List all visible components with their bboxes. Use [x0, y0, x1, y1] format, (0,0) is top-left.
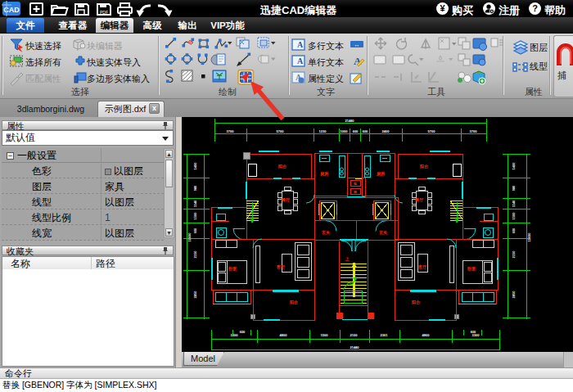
svg-text:阳台: 阳台	[278, 164, 286, 169]
svg-text:阳台: 阳台	[290, 300, 298, 305]
svg-text:2400: 2400	[382, 129, 390, 133]
svg-text:11600: 11600	[187, 232, 192, 242]
svg-text:电: 电	[354, 182, 357, 186]
svg-text:玄关: 玄关	[321, 230, 330, 235]
svg-text:600: 600	[363, 129, 368, 133]
svg-text:600: 600	[240, 330, 246, 334]
svg-text:2150: 2150	[193, 250, 197, 259]
svg-text:上: 上	[345, 256, 350, 261]
svg-text:A: A	[297, 40, 304, 49]
svg-text:厨房: 厨房	[377, 171, 385, 177]
svg-text:980: 980	[512, 185, 516, 191]
svg-text:1400: 1400	[193, 162, 197, 170]
svg-text:600: 600	[353, 129, 359, 133]
svg-text:2850: 2850	[193, 291, 197, 299]
svg-text:1140: 1140	[193, 200, 197, 207]
svg-text:4800: 4800	[280, 333, 288, 337]
svg-text:餐厅: 餐厅	[281, 197, 291, 203]
svg-text:1400: 1400	[512, 162, 516, 170]
svg-text:21440: 21440	[350, 345, 359, 349]
svg-text:1500: 1500	[193, 212, 197, 220]
svg-text:客厅: 客厅	[276, 264, 286, 270]
svg-text:1500: 1500	[512, 212, 516, 220]
svg-text:客厅: 客厅	[417, 264, 427, 270]
svg-text:阳台: 阳台	[420, 164, 428, 169]
svg-text:980: 980	[193, 185, 197, 191]
svg-text:11600: 11600	[527, 232, 531, 242]
svg-text:600: 600	[471, 330, 476, 334]
svg-text:A: A	[297, 56, 304, 65]
svg-text:卧室: 卧室	[228, 266, 237, 271]
svg-text:餐厅: 餐厅	[414, 197, 424, 203]
svg-text:1140: 1140	[512, 200, 516, 207]
svg-text:3700: 3700	[227, 129, 235, 133]
svg-text:600: 600	[512, 228, 516, 233]
svg-text:梯: 梯	[353, 190, 357, 194]
svg-text:↔: ↔	[354, 42, 360, 47]
svg-text:1000: 1000	[341, 129, 349, 133]
svg-text:PDF: PDF	[100, 10, 108, 15]
svg-text:阳台: 阳台	[412, 300, 420, 305]
svg-text:卧室: 卧室	[467, 266, 476, 271]
svg-text:4800: 4800	[422, 333, 431, 337]
svg-text:厨房: 厨房	[320, 171, 328, 177]
svg-text:21440: 21440	[345, 119, 354, 123]
svg-text:2100: 2100	[350, 333, 359, 337]
svg-text:玄关: 玄关	[378, 230, 387, 235]
svg-text:1500: 1500	[321, 333, 329, 337]
svg-text:1230: 1230	[319, 129, 327, 133]
svg-text:5700: 5700	[428, 129, 436, 133]
svg-text:2150: 2150	[512, 250, 516, 259]
svg-text:3700: 3700	[470, 129, 478, 133]
svg-text:5700: 5700	[277, 129, 285, 133]
svg-text:CAD: CAD	[3, 6, 20, 14]
svg-text:2850: 2850	[512, 291, 516, 299]
svg-text:600: 600	[193, 228, 197, 233]
svg-text:2301: 2301	[381, 333, 389, 337]
svg-text:3300: 3300	[231, 333, 239, 337]
